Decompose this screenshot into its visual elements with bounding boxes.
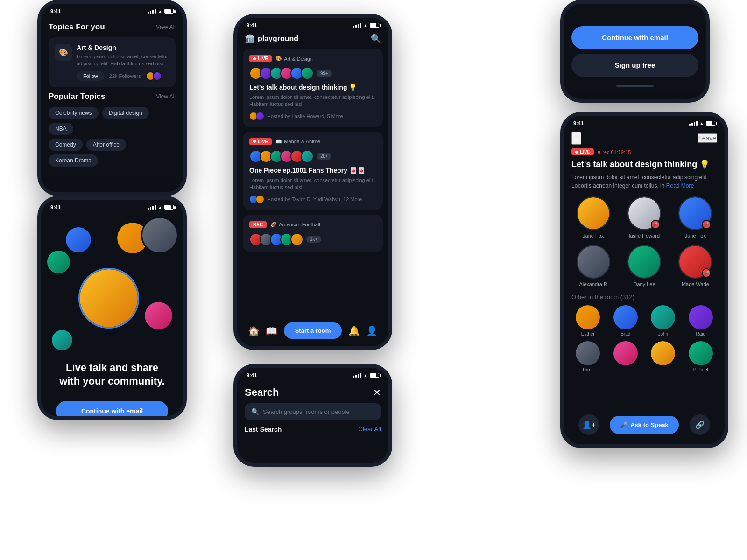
- ask-to-speak-button[interactable]: 🎤 Ask to Speak: [610, 416, 679, 434]
- start-room-button[interactable]: Start a room: [284, 322, 342, 339]
- room-card-1[interactable]: LIVE 🎨 Art & Design 99+ Let's talk about…: [243, 49, 383, 127]
- time-search: 9:41: [247, 372, 257, 378]
- battery-onboard: [164, 205, 174, 210]
- chips-row-1: Celebrity news Digital design NBA: [49, 107, 176, 135]
- logo-icon: 🏛️: [245, 34, 255, 44]
- time-onboard: 9:41: [50, 204, 61, 210]
- nav-home[interactable]: 🏠: [248, 325, 260, 336]
- room-bottom-bar: 👤+ 🎤 Ask to Speak 🔗: [564, 414, 725, 435]
- room-avatars-1: 99+: [249, 67, 376, 80]
- topics-title: Topics For you: [49, 22, 105, 32]
- speaker-name-3: Jane Fox: [685, 233, 706, 238]
- room-main-title: Let's talk about design thinking 💡: [571, 159, 717, 169]
- status-icons-room: ▲: [689, 121, 715, 126]
- follow-button[interactable]: Follow: [77, 71, 105, 81]
- signal-search: [353, 373, 361, 378]
- float-av-3: [141, 217, 178, 254]
- live-badge-1: LIVE: [249, 55, 272, 62]
- phone-topics: 9:41 ▲ Topics For you View All 🎨 Art & D…: [37, 0, 187, 196]
- speaker-avatar-wrap-6: 🎤: [678, 245, 712, 279]
- view-all-popular[interactable]: View All: [156, 93, 176, 100]
- audience-name-raju: Raju: [696, 331, 705, 336]
- audience-name-brad: Brad: [620, 331, 630, 336]
- audience-avatar-5: [613, 341, 638, 365]
- speaker-avatar-5: [627, 245, 661, 279]
- leave-button[interactable]: Leave: [698, 133, 717, 143]
- continue-email-button[interactable]: Continue with email: [56, 401, 168, 420]
- audience-name-6: ...: [661, 367, 665, 372]
- room-title-2: One Piece ep.1001 Fans Theory 🀄🀄: [249, 167, 376, 174]
- phone-feed: 9:41 ▲ 🏛️ playground 🔍 LIVE 🎨: [233, 14, 392, 350]
- chevron-down-button[interactable]: ⌄: [571, 132, 581, 145]
- host-av-2: [256, 112, 264, 120]
- room-card-3[interactable]: REC 🏈 American Football 1k+: [243, 215, 383, 252]
- clear-all-button[interactable]: Clear All: [359, 426, 381, 433]
- wifi-feed: ▲: [363, 23, 368, 28]
- mute-badge-6: 🎤: [702, 268, 711, 278]
- speaker-name-2: laslie Howard: [629, 233, 660, 238]
- topic-icon-art: 🎨: [55, 44, 72, 61]
- float-av-6: [50, 329, 74, 352]
- audience-esther: Esther: [571, 305, 605, 336]
- battery-search: [370, 373, 379, 378]
- nav-book[interactable]: 📖: [266, 325, 277, 336]
- chip-digital[interactable]: Digital design: [102, 107, 149, 119]
- audience-avatar-6: [651, 341, 675, 365]
- signal-room: [689, 121, 698, 126]
- audience-raju: Raju: [684, 305, 718, 336]
- room-desc-2: Lorem ipsum dolor sit amet, consectetur …: [249, 177, 376, 191]
- chip-celebrity[interactable]: Celebrity news: [49, 107, 99, 119]
- notch-search: [285, 368, 341, 381]
- live-dot-room: [575, 151, 578, 154]
- room-status-bar: LIVE rec 01:19:15: [564, 148, 725, 159]
- view-all-topics[interactable]: View All: [156, 24, 176, 30]
- nav-bell[interactable]: 🔔: [348, 325, 360, 336]
- live-badge-room: LIVE: [571, 148, 594, 155]
- audience-avatar-brad: [613, 305, 638, 329]
- speaker-avatar-wrap-4: [577, 245, 610, 279]
- add-person-button[interactable]: 👤+: [578, 414, 599, 435]
- popular-topics-section: Popular Topics View All Celebrity news D…: [49, 92, 176, 167]
- topic-card-art: 🎨 Art & Design Lorem ipsum dolor sit ame…: [49, 37, 176, 87]
- share-button[interactable]: 🔗: [690, 414, 710, 435]
- audience-john: John: [647, 305, 680, 336]
- speaker-dany-lee: Dany Lee: [622, 245, 666, 287]
- audience-name-ppatel: P Patel: [693, 367, 708, 372]
- chip-nba[interactable]: NBA: [49, 123, 73, 135]
- continue-with-email-button[interactable]: Continue with email: [571, 26, 698, 49]
- speaker-avatar-wrap-2: 🎤: [627, 196, 661, 230]
- room-card-3-header: REC 🏈 American Football: [249, 221, 376, 228]
- room-card-2[interactable]: LIVE 📖 Manga & Anime 2k+ One Piece ep.10…: [243, 132, 383, 210]
- follower-avatar-2: [153, 71, 162, 81]
- speaker-avatar-4: [577, 245, 610, 279]
- host-avatar-row-2: [249, 195, 264, 203]
- mute-badge-2: 🎤: [651, 220, 660, 229]
- close-icon-search[interactable]: ✕: [373, 387, 381, 398]
- audience-avatar-ppatel: [689, 341, 713, 365]
- audience-name-john: John: [658, 331, 668, 336]
- phone-auth: Continue with email Sign up free: [560, 0, 710, 103]
- wifi-room: ▲: [699, 121, 704, 126]
- search-icon: 🔍: [251, 408, 259, 415]
- read-more-link[interactable]: Read More: [666, 182, 694, 189]
- audience-name-5: ...: [624, 367, 627, 372]
- onboard-text: Live talk and sharewith your community. …: [45, 361, 179, 420]
- category-badge-2: 📖 Manga & Anime: [275, 139, 320, 145]
- chip-korean[interactable]: Korean Drama: [49, 154, 98, 167]
- rec-badge-3: REC: [249, 221, 267, 228]
- search-input-wrap[interactable]: 🔍 Search groups, rooms or people: [245, 403, 381, 420]
- search-title: Search: [245, 386, 279, 399]
- wifi-onboard: ▲: [158, 205, 162, 210]
- status-icons: ▲: [148, 9, 174, 14]
- nav-profile[interactable]: 👤: [366, 325, 378, 336]
- chips-row-2: Comedy After office Korean Drama: [49, 139, 176, 167]
- search-icon-button[interactable]: 🔍: [371, 34, 381, 44]
- search-bottom-row: Last Search Clear All: [237, 426, 388, 433]
- chip-after-office[interactable]: After office: [86, 139, 126, 151]
- audience-avatar-john: [651, 305, 675, 329]
- sign-up-free-button[interactable]: Sign up free: [571, 54, 698, 77]
- audience-brad: Brad: [609, 305, 642, 336]
- chip-comedy[interactable]: Comedy: [49, 139, 83, 151]
- room-hosts-1: Hosted by Laslie Howard, 5 More: [249, 112, 376, 120]
- audience-avatar-esther: [576, 305, 600, 329]
